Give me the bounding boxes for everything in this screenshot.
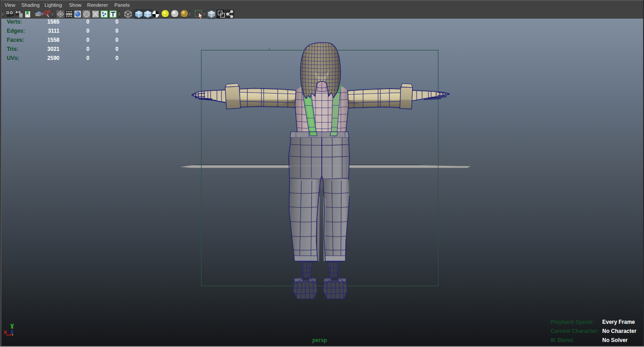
svg-text:z: z — [10, 328, 14, 335]
svg-text:x: x — [4, 328, 7, 335]
svg-text:y: y — [10, 322, 14, 328]
